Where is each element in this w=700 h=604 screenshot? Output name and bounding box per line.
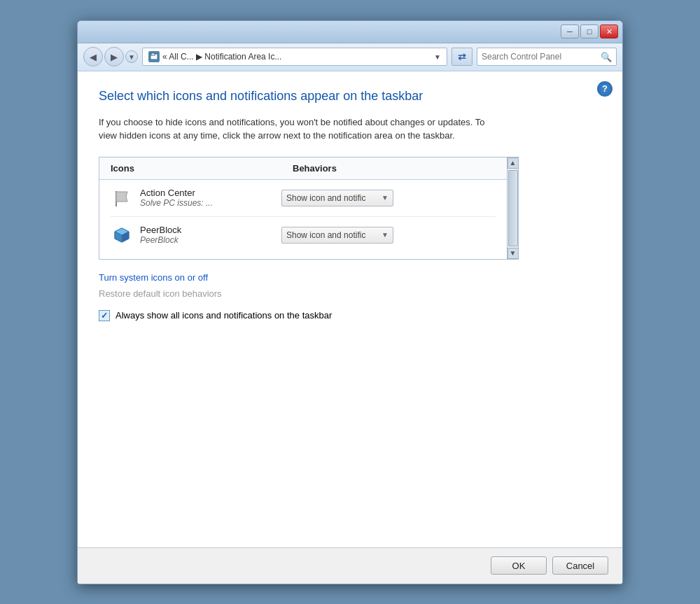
window-controls: ─ □ ✕ xyxy=(561,24,618,38)
table-row: Action Center Solve PC issues: ... Show … xyxy=(111,180,496,217)
description-text: If you choose to hide icons and notifica… xyxy=(99,115,505,143)
peerblock-icon xyxy=(111,224,133,246)
breadcrumb-icon xyxy=(148,51,160,62)
action-center-subtitle: Solve PC issues: ... xyxy=(140,198,213,208)
breadcrumb-dropdown-arrow[interactable]: ▼ xyxy=(434,53,441,61)
table-row: PeerBlock PeerBlock Show icon and notifi… xyxy=(111,217,496,253)
col-icons-header: Icons xyxy=(111,163,293,174)
always-show-label: Always show all icons and notifications … xyxy=(115,310,332,321)
breadcrumb-bar[interactable]: « All C... ▶ Notification Area Ic... ▼ xyxy=(142,48,447,66)
dropdown-arrow-icon-2: ▼ xyxy=(382,231,388,239)
dropdown-arrow-icon: ▼ xyxy=(382,194,388,202)
forward-button[interactable]: ▶ xyxy=(104,47,124,66)
scrollbar[interactable]: ▲ ▼ xyxy=(507,157,518,259)
peerblock-behavior-value: Show icon and notific xyxy=(286,230,365,240)
icon-cell-peerblock: PeerBlock PeerBlock xyxy=(111,224,281,246)
peerblock-behavior-dropdown[interactable]: Show icon and notific ▼ xyxy=(281,227,393,244)
cancel-button[interactable]: Cancel xyxy=(552,556,608,575)
page-title: Select which icons and notifications app… xyxy=(99,88,505,104)
always-show-checkbox[interactable]: ✓ xyxy=(99,310,110,321)
table-body: Action Center Solve PC issues: ... Show … xyxy=(99,180,518,259)
peerblock-name: PeerBlock xyxy=(140,225,181,235)
close-button[interactable]: ✕ xyxy=(600,24,618,38)
dropdown-nav-button[interactable]: ▼ xyxy=(125,50,138,63)
maximize-button[interactable]: □ xyxy=(580,24,598,38)
nav-buttons: ◀ ▶ ▼ xyxy=(83,47,138,66)
behavior-cell-action-center: Show icon and notific ▼ xyxy=(281,190,496,206)
icons-table: Icons Behaviors ▲ ▼ xyxy=(99,157,519,260)
address-bar: ◀ ▶ ▼ « All C... ▶ Notification Area Ic.… xyxy=(78,43,622,71)
back-button[interactable]: ◀ xyxy=(83,47,103,66)
svg-rect-1 xyxy=(151,53,155,55)
checkbox-check-mark: ✓ xyxy=(101,311,108,321)
col-behaviors-header: Behaviors xyxy=(293,163,507,174)
search-icon: 🔍 xyxy=(601,52,612,62)
peerblock-subtitle: PeerBlock xyxy=(140,235,181,245)
scrollbar-thumb[interactable] xyxy=(508,170,518,246)
action-center-icon xyxy=(111,187,133,209)
action-center-behavior-value: Show icon and notific xyxy=(286,193,365,203)
peerblock-text: PeerBlock PeerBlock xyxy=(140,225,181,245)
turn-system-icons-link[interactable]: Turn system icons on or off xyxy=(99,272,208,283)
action-center-name: Action Center xyxy=(140,188,213,198)
table-header: Icons Behaviors xyxy=(99,157,518,180)
behavior-cell-peerblock: Show icon and notific ▼ xyxy=(281,227,496,244)
title-bar: ─ □ ✕ xyxy=(78,21,622,43)
restore-defaults-link: Restore default icon behaviors xyxy=(99,288,222,299)
scrollbar-down-button[interactable]: ▼ xyxy=(507,248,519,259)
breadcrumb-text: « All C... ▶ Notification Area Ic... xyxy=(162,52,281,62)
always-show-checkbox-row: ✓ Always show all icons and notification… xyxy=(99,310,601,321)
action-center-text: Action Center Solve PC issues: ... xyxy=(140,188,213,208)
main-window: ─ □ ✕ ◀ ▶ ▼ « All C... ▶ Notification Ar… xyxy=(77,20,623,584)
content-area: ? Select which icons and notifications a… xyxy=(78,71,622,547)
minimize-button[interactable]: ─ xyxy=(561,24,579,38)
scrollbar-up-button[interactable]: ▲ xyxy=(507,157,519,169)
refresh-button[interactable]: ⇄ xyxy=(451,48,472,66)
action-center-behavior-dropdown[interactable]: Show icon and notific ▼ xyxy=(281,190,393,206)
search-bar: 🔍 xyxy=(477,48,617,66)
search-input[interactable] xyxy=(482,52,598,62)
footer: OK Cancel xyxy=(78,547,622,584)
ok-button[interactable]: OK xyxy=(491,556,547,575)
help-button[interactable]: ? xyxy=(597,81,612,97)
icon-cell-action-center: Action Center Solve PC issues: ... xyxy=(111,187,281,209)
